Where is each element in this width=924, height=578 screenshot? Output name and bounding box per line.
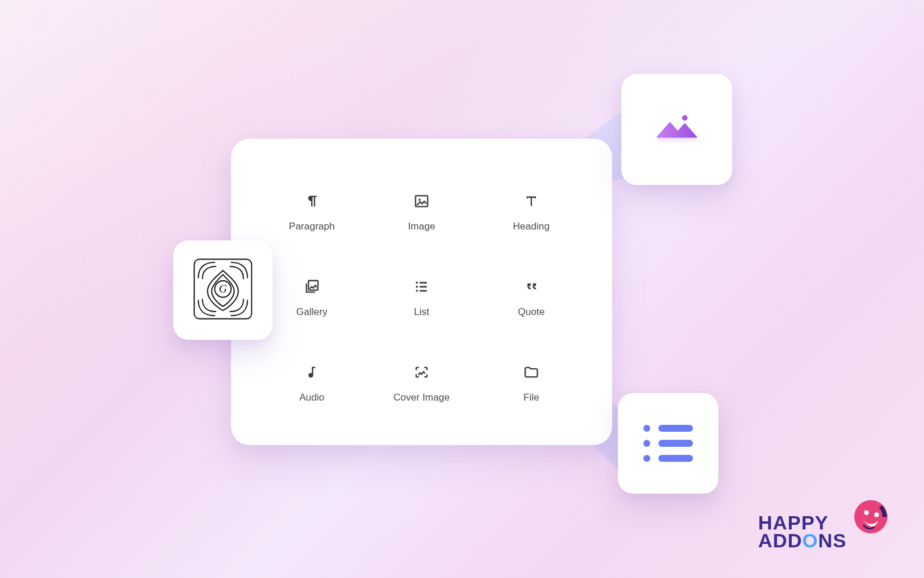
svg-text:G: G	[219, 283, 227, 295]
block-label: Heading	[513, 221, 549, 232]
svg-point-7	[416, 286, 418, 288]
callout-card-list	[618, 393, 718, 494]
brand-line2: ADDONS	[758, 532, 847, 550]
block-list[interactable]: List	[375, 277, 468, 318]
callout-card-gutenberg: G	[173, 240, 273, 340]
svg-point-15	[682, 115, 687, 120]
music-note-icon	[303, 363, 321, 381]
svg-marker-16	[656, 122, 698, 138]
svg-rect-6	[420, 282, 427, 284]
block-label: List	[414, 306, 429, 318]
svg-rect-10	[420, 290, 427, 292]
block-label: Paragraph	[289, 221, 334, 232]
block-gallery[interactable]: Gallery	[266, 277, 358, 318]
quote-icon	[522, 277, 541, 296]
image-mountains-icon	[652, 110, 702, 149]
callout-card-image	[621, 74, 732, 185]
heading-t-icon	[522, 192, 541, 210]
block-heading[interactable]: Heading	[485, 192, 578, 232]
happy-face-icon	[850, 496, 892, 538]
gallery-stack-icon	[303, 277, 321, 296]
block-picker-panel: Paragraph Image Heading Gallery	[231, 139, 612, 445]
list-lines-icon	[643, 425, 693, 462]
block-quote[interactable]: Quote	[485, 277, 578, 318]
block-file[interactable]: File	[485, 363, 578, 403]
svg-point-3	[419, 199, 421, 201]
block-paragraph[interactable]: Paragraph	[266, 192, 358, 232]
brand-wordmark: HAPPY ADDONS	[758, 514, 847, 550]
block-audio[interactable]: Audio	[266, 363, 358, 403]
image-icon	[412, 192, 431, 210]
pilcrow-icon	[303, 192, 321, 210]
block-cover-image[interactable]: Cover Image	[375, 363, 468, 403]
stage: Paragraph Image Heading Gallery	[0, 0, 924, 578]
brand-logo: HAPPY ADDONS	[758, 511, 892, 553]
block-label: Cover Image	[393, 392, 449, 403]
block-image[interactable]: Image	[375, 192, 468, 232]
svg-point-5	[416, 281, 418, 284]
block-label: Audio	[299, 392, 324, 403]
gutenberg-badge-icon: G	[192, 257, 254, 323]
block-label: Image	[408, 221, 435, 232]
cover-image-icon	[412, 363, 431, 381]
block-label: Quote	[518, 306, 545, 318]
folder-icon	[522, 363, 541, 381]
svg-point-9	[416, 290, 418, 292]
block-label: File	[523, 392, 539, 403]
svg-rect-8	[420, 286, 427, 288]
block-grid: Paragraph Image Heading Gallery	[231, 139, 612, 445]
list-icon	[412, 277, 431, 296]
block-label: Gallery	[296, 306, 327, 318]
